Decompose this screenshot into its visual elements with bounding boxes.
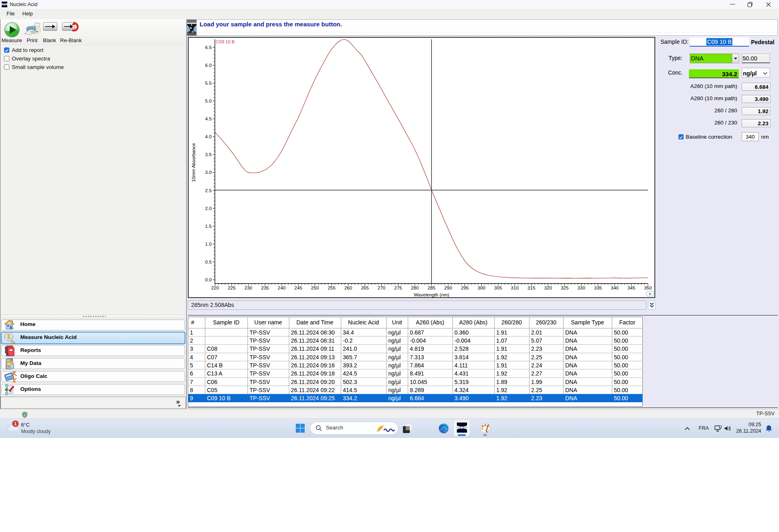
svg-text:4.0: 4.0 bbox=[205, 134, 212, 139]
svg-text:6.5: 6.5 bbox=[205, 45, 212, 50]
svg-text:265: 265 bbox=[361, 285, 369, 290]
svg-text:295: 295 bbox=[461, 285, 469, 290]
svg-text:240: 240 bbox=[278, 285, 286, 290]
svg-text:4.5: 4.5 bbox=[205, 116, 212, 121]
svg-text:2.5: 2.5 bbox=[205, 188, 212, 193]
svg-text:6.0: 6.0 bbox=[205, 63, 212, 68]
svg-text:250: 250 bbox=[311, 285, 319, 290]
svg-text:280: 280 bbox=[411, 285, 419, 290]
svg-text:230: 230 bbox=[245, 285, 252, 290]
svg-text:270: 270 bbox=[378, 285, 385, 290]
svg-text:1.5: 1.5 bbox=[205, 224, 212, 229]
svg-text:350: 350 bbox=[644, 285, 652, 290]
svg-text:315: 315 bbox=[527, 285, 535, 290]
svg-text:320: 320 bbox=[544, 285, 552, 290]
svg-text:330: 330 bbox=[577, 285, 585, 290]
svg-text:340: 340 bbox=[611, 285, 618, 290]
svg-text:245: 245 bbox=[295, 285, 302, 290]
svg-text:285: 285 bbox=[428, 285, 435, 290]
svg-text:220: 220 bbox=[211, 285, 219, 290]
svg-text:2.0: 2.0 bbox=[205, 206, 212, 211]
svg-text:3.5: 3.5 bbox=[205, 152, 212, 157]
svg-text:290: 290 bbox=[444, 285, 452, 290]
svg-text:10mm Absorbance: 10mm Absorbance bbox=[191, 143, 196, 182]
svg-text:0.5: 0.5 bbox=[205, 260, 212, 264]
svg-text:225: 225 bbox=[228, 285, 235, 290]
svg-text:325: 325 bbox=[561, 285, 568, 290]
svg-text:5.0: 5.0 bbox=[205, 99, 212, 103]
svg-text:255: 255 bbox=[328, 285, 336, 290]
svg-text:235: 235 bbox=[261, 285, 269, 290]
svg-text:335: 335 bbox=[594, 285, 602, 290]
svg-text:1.0: 1.0 bbox=[205, 242, 212, 247]
svg-text:310: 310 bbox=[511, 285, 519, 290]
svg-text:0.0: 0.0 bbox=[205, 277, 212, 282]
svg-text:345: 345 bbox=[627, 285, 635, 290]
svg-text:C09 10 B: C09 10 B bbox=[216, 39, 235, 44]
svg-text:305: 305 bbox=[494, 285, 502, 290]
svg-text:300: 300 bbox=[478, 285, 485, 290]
svg-text:260: 260 bbox=[344, 285, 352, 290]
svg-text:3.0: 3.0 bbox=[205, 170, 212, 175]
svg-text:5.5: 5.5 bbox=[205, 81, 212, 86]
svg-text:275: 275 bbox=[394, 285, 402, 290]
svg-text:Wavelength (nm): Wavelength (nm) bbox=[414, 292, 449, 297]
